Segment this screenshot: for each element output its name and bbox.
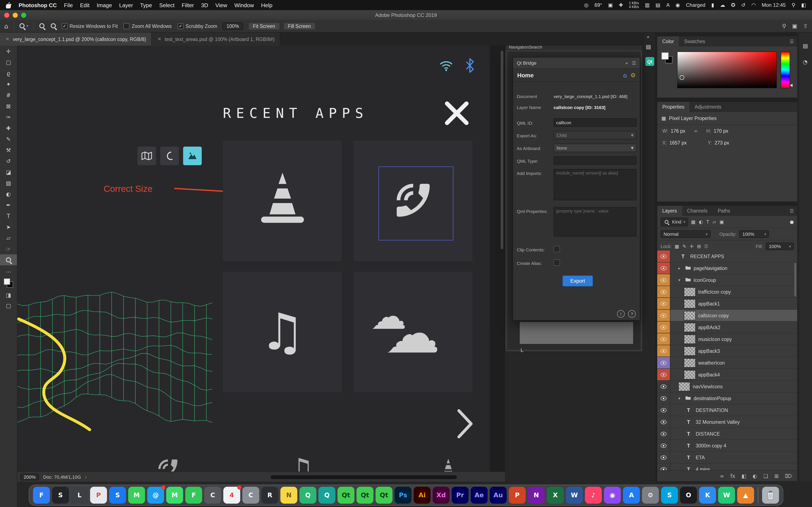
- visibility-toggle[interactable]: [657, 345, 670, 356]
- hue-slider[interactable]: [781, 52, 790, 88]
- visibility-toggle[interactable]: [657, 428, 670, 439]
- dock-photos[interactable]: P: [90, 487, 107, 504]
- visibility-toggle[interactable]: [657, 262, 670, 274]
- export-as-dropdown[interactable]: Child ▼: [554, 131, 637, 139]
- dock-word[interactable]: W: [566, 487, 583, 504]
- lock-pixels-icon[interactable]: ✎: [682, 243, 686, 249]
- fit-screen-button[interactable]: Fit Screen: [248, 22, 280, 30]
- panel-expand-icon[interactable]: »: [625, 60, 628, 66]
- layer-row-body[interactable]: ▾iconGroup: [670, 274, 797, 286]
- dock-siri[interactable]: S: [52, 487, 69, 504]
- quick-selection-tool[interactable]: ✦: [0, 78, 17, 90]
- color-tab-color[interactable]: Color: [657, 36, 679, 47]
- menu-select[interactable]: Select: [159, 2, 174, 8]
- warning-icon[interactable]: !: [617, 310, 625, 318]
- foreground-color-swatch[interactable]: [4, 278, 10, 285]
- healing-brush-tool[interactable]: ✚: [0, 122, 17, 133]
- gear-icon[interactable]: ⚙: [630, 72, 636, 78]
- layers-scrollbar[interactable]: [794, 263, 796, 297]
- layer-row-body[interactable]: TRECENT APPS: [670, 250, 797, 262]
- dock-keynote[interactable]: K: [699, 487, 716, 504]
- dock-onenote[interactable]: N: [528, 487, 545, 504]
- panel-menu-icon[interactable]: ☰: [786, 206, 797, 216]
- menu-help[interactable]: Help: [261, 2, 272, 8]
- menubar-dropbox-icon[interactable]: ▣: [608, 2, 613, 8]
- zoom-percentage-field[interactable]: 100%: [222, 22, 243, 30]
- layer-row-body[interactable]: TDESTINATION: [670, 404, 797, 416]
- menubar-battery-status[interactable]: Charged: [686, 2, 705, 8]
- checkbox-resize-windows-to-fit[interactable]: ✓Resize Windows to Fit: [61, 23, 118, 29]
- dock-notes[interactable]: N: [281, 487, 297, 504]
- dock-app-store[interactable]: A: [623, 487, 640, 504]
- menubar-time-machine-icon[interactable]: ↺: [741, 2, 745, 8]
- layers-tab-paths[interactable]: Paths: [713, 206, 735, 216]
- dock-trash[interactable]: [762, 487, 779, 504]
- layers-tab-layers[interactable]: Layers: [657, 206, 682, 216]
- layer-row-weathericon[interactable]: weatherIcon: [657, 357, 797, 369]
- hand-tool[interactable]: ☞: [0, 243, 17, 255]
- dock-calendar[interactable]: 4: [223, 487, 240, 504]
- visibility-toggle[interactable]: [657, 452, 670, 463]
- menu-image[interactable]: Image: [97, 2, 112, 8]
- menu-type[interactable]: Type: [140, 2, 152, 8]
- apple-logo-icon[interactable]: [6, 2, 11, 8]
- menubar-battery-icon[interactable]: ▮: [711, 2, 714, 8]
- minimize-window-button[interactable]: [13, 13, 18, 18]
- dock-photo-booth[interactable]: C: [204, 487, 221, 504]
- properties-tab-properties[interactable]: Properties: [657, 102, 690, 112]
- vertical-scrollbar[interactable]: [501, 51, 503, 249]
- dock-contacts[interactable]: C: [242, 487, 259, 504]
- tab-close-icon[interactable]: ✕: [158, 36, 161, 42]
- foreground-color-swatch[interactable]: [661, 52, 669, 60]
- checkbox-zoom-all-windows[interactable]: Zoom All Windows: [124, 23, 172, 29]
- visibility-toggle[interactable]: [657, 369, 670, 380]
- dock-qt-tool-1[interactable]: Q: [299, 487, 316, 504]
- layer-row-icongroup[interactable]: ▾iconGroup: [657, 274, 797, 286]
- quick-mask-icon[interactable]: ◨: [0, 291, 17, 298]
- filter-shape-layers-icon[interactable]: ▱: [713, 219, 716, 225]
- menubar-icloud-icon[interactable]: ☁: [720, 2, 725, 8]
- menubar-clock[interactable]: Mon 12:45: [762, 2, 785, 8]
- menu-filter[interactable]: Filter: [182, 2, 194, 8]
- link-dimensions-icon[interactable]: ∞: [694, 128, 698, 134]
- lock-all-icon[interactable]: ⚿: [704, 243, 708, 249]
- layer-row-appback4[interactable]: appBack4: [657, 369, 797, 381]
- document-tab[interactable]: ✕test_text_areas.psd @ 100% (Artboard 1,…: [152, 33, 281, 46]
- lock-artboard-icon[interactable]: ⊞: [697, 243, 701, 249]
- dock-maps[interactable]: M: [166, 487, 183, 504]
- height-value[interactable]: 170 px: [714, 128, 728, 133]
- fill-screen-button[interactable]: Fill Screen: [283, 22, 315, 30]
- menubar-spotlight-icon[interactable]: ⚲: [792, 2, 796, 8]
- qml-properties-textarea[interactable]: [554, 207, 637, 237]
- visibility-toggle[interactable]: [657, 404, 670, 416]
- group-chevron-icon[interactable]: ▸: [678, 266, 682, 270]
- qt-bridge-panel-icon[interactable]: Qt: [645, 57, 654, 66]
- home-screen-icon[interactable]: ⌂: [4, 22, 8, 30]
- dock-qt-creator-1[interactable]: Qt: [338, 487, 354, 504]
- layer-row-3000m-copy-4[interactable]: T3000m copy 4: [657, 440, 797, 452]
- clip-contents-checkbox[interactable]: [554, 246, 560, 252]
- dock-qt-creator-3[interactable]: Qt: [375, 487, 393, 504]
- panel-menu-icon[interactable]: ☰: [786, 36, 797, 47]
- opacity-dropdown[interactable]: 100% ▾: [740, 230, 769, 238]
- menu-file[interactable]: File: [64, 2, 73, 8]
- layer-row-body[interactable]: musicIcon copy: [670, 333, 797, 345]
- qt-bridge-header[interactable]: Qt Bridge » ☰: [513, 57, 640, 69]
- add-imports-textarea[interactable]: [554, 169, 637, 200]
- dock-excel[interactable]: X: [547, 487, 564, 504]
- layer-row-4-mins[interactable]: T4 mins: [657, 463, 797, 470]
- home-icon[interactable]: ⌂: [623, 72, 627, 78]
- document-tab[interactable]: ✕very_large_concept_1.1.psd @ 200% (call…: [0, 33, 152, 46]
- filter-smart-objects-icon[interactable]: ▣: [720, 219, 724, 225]
- dock-powerpoint[interactable]: P: [509, 487, 526, 504]
- qml-type-input[interactable]: [554, 156, 637, 165]
- menubar-weather[interactable]: 69°: [595, 2, 602, 8]
- visibility-toggle[interactable]: [657, 274, 670, 286]
- dock-skype[interactable]: S: [661, 487, 678, 504]
- window-title-bar[interactable]: Adobe Photoshop CC 2019: [0, 10, 812, 20]
- layer-filter-kind-dropdown[interactable]: Kind ▾: [661, 217, 688, 226]
- visibility-toggle[interactable]: [657, 463, 670, 470]
- layer-row-musicicon-copy[interactable]: musicIcon copy: [657, 333, 797, 345]
- color-tab-swatches[interactable]: Swatches: [679, 36, 710, 47]
- visibility-toggle[interactable]: [657, 440, 670, 451]
